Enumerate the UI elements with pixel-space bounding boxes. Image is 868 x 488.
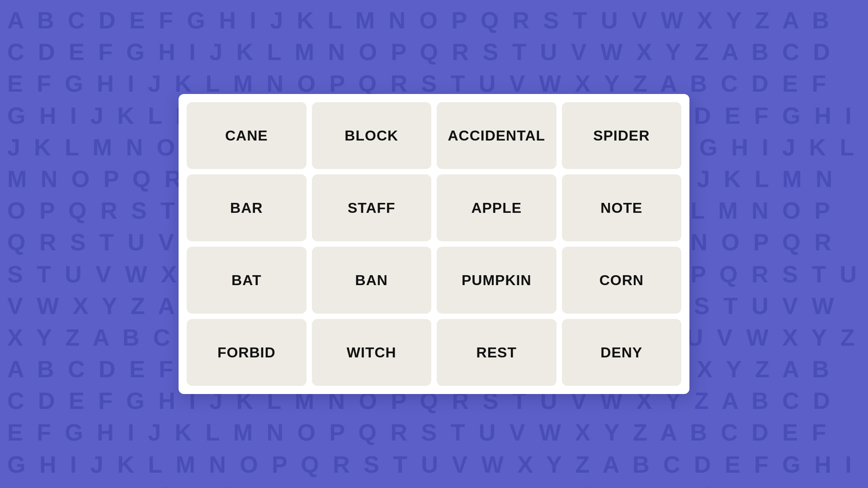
card-deny[interactable]: DENY: [562, 319, 682, 386]
card-block[interactable]: BLOCK: [312, 102, 432, 169]
card-forbid[interactable]: FORBID: [187, 319, 307, 386]
card-label-deny: DENY: [600, 344, 642, 361]
card-label-cane: CANE: [225, 127, 268, 144]
card-staff[interactable]: STAFF: [312, 174, 432, 241]
card-note[interactable]: NOTE: [562, 174, 682, 241]
card-corn[interactable]: CORN: [562, 247, 682, 314]
card-rest[interactable]: REST: [437, 319, 557, 386]
card-label-staff: STAFF: [348, 200, 396, 216]
card-cane[interactable]: CANE: [187, 102, 307, 169]
card-label-bar: BAR: [230, 200, 263, 216]
card-spider[interactable]: SPIDER: [562, 102, 682, 169]
card-label-accidental: ACCIDENTAL: [448, 127, 545, 144]
card-bat[interactable]: BAT: [187, 247, 307, 314]
card-label-note: NOTE: [600, 200, 642, 216]
card-label-rest: REST: [476, 344, 517, 361]
card-label-witch: WITCH: [347, 344, 396, 361]
card-apple[interactable]: APPLE: [437, 174, 557, 241]
card-label-ban: BAN: [355, 272, 388, 289]
word-grid: CANEBLOCKACCIDENTALSPIDERBARSTAFFAPPLENO…: [179, 94, 689, 394]
card-label-block: BLOCK: [344, 127, 398, 144]
card-bar[interactable]: BAR: [187, 174, 307, 241]
card-pumpkin[interactable]: PUMPKIN: [437, 247, 557, 314]
card-witch[interactable]: WITCH: [312, 319, 432, 386]
card-label-pumpkin: PUMPKIN: [462, 272, 532, 289]
card-label-forbid: FORBID: [217, 344, 276, 361]
card-ban[interactable]: BAN: [312, 247, 432, 314]
card-accidental[interactable]: ACCIDENTAL: [437, 102, 557, 169]
card-label-corn: CORN: [599, 272, 644, 289]
card-label-bat: BAT: [231, 272, 261, 289]
card-label-spider: SPIDER: [593, 127, 650, 144]
card-label-apple: APPLE: [471, 200, 522, 216]
